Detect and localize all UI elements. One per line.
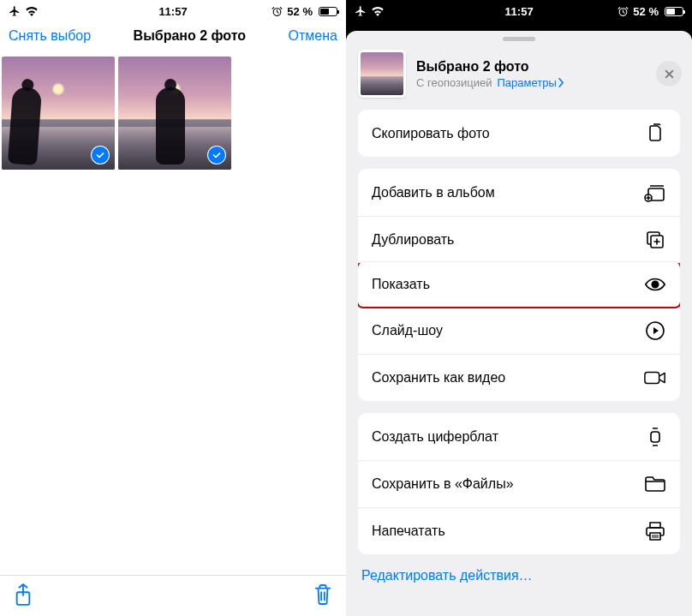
copy-icon: [644, 123, 666, 145]
svg-rect-13: [650, 533, 660, 540]
action-print[interactable]: Напечатать: [358, 507, 680, 554]
trash-button[interactable]: [313, 583, 332, 609]
action-copy-photo[interactable]: Скопировать фото: [358, 110, 680, 157]
svg-rect-12: [650, 523, 660, 528]
action-label: Слайд-шоу: [372, 323, 443, 338]
sheet-header: Выбрано 2 фото С геопозицией Параметры: [346, 41, 692, 110]
battery-percent: 52 %: [633, 5, 659, 18]
duplicate-icon: [644, 229, 666, 251]
svg-rect-10: [651, 432, 659, 442]
selected-check-icon: [91, 146, 110, 164]
eye-icon: [644, 273, 666, 296]
selected-check-icon: [207, 146, 226, 164]
action-label: Напечатать: [372, 523, 445, 539]
video-icon: [644, 367, 666, 389]
battery-icon: [317, 7, 337, 16]
action-label: Показать: [372, 277, 430, 292]
sheet-title: Выбрано 2 фото: [416, 59, 646, 75]
share-sheet: Выбрано 2 фото С геопозицией Параметры: [346, 31, 692, 616]
battery-icon: [663, 7, 683, 16]
cancel-button[interactable]: Отмена: [289, 28, 337, 44]
folder-icon: [644, 473, 666, 495]
action-show[interactable]: Показать: [358, 261, 680, 308]
status-bar: 11:57 52 %: [0, 0, 346, 19]
airplane-icon: [9, 5, 21, 17]
watch-icon: [644, 426, 666, 448]
deselect-button[interactable]: Снять выбор: [9, 28, 91, 44]
share-sheet-screen: 11:57 52 % Выбрано 2 фото С геопозицией: [346, 0, 692, 616]
close-button[interactable]: [656, 61, 682, 87]
printer-icon: [644, 520, 666, 542]
battery-percent: 52 %: [287, 5, 313, 18]
status-time: 11:57: [158, 5, 187, 18]
action-label: Дублировать: [372, 232, 454, 248]
alarm-icon: [271, 6, 283, 17]
alarm-icon: [617, 6, 629, 17]
status-time: 11:57: [504, 5, 533, 18]
action-label: Скопировать фото: [372, 126, 490, 141]
photo-thumbnail[interactable]: [118, 57, 231, 170]
nav-bar: Снять выбор Выбрано 2 фото Отмена: [0, 19, 346, 53]
action-label: Сохранить как видео: [372, 370, 505, 386]
action-slideshow[interactable]: Слайд-шоу: [358, 307, 680, 354]
play-circle-icon: [644, 320, 666, 342]
action-duplicate[interactable]: Дублировать: [358, 216, 680, 263]
share-button[interactable]: [14, 583, 33, 610]
photo-grid: [0, 53, 346, 173]
page-title: Выбрано 2 фото: [134, 28, 247, 44]
action-label: Добавить в альбом: [372, 185, 495, 200]
action-label: Сохранить в «Файлы»: [372, 476, 514, 492]
svg-rect-9: [645, 373, 659, 384]
wifi-icon: [371, 6, 385, 16]
action-save-to-files[interactable]: Сохранить в «Файлы»: [358, 460, 680, 507]
wifi-icon: [25, 6, 39, 16]
photo-thumbnail[interactable]: [2, 57, 115, 170]
edit-actions-button[interactable]: Редактировать действия…: [358, 554, 680, 592]
action-add-to-album[interactable]: Добавить в альбом: [358, 169, 680, 216]
sheet-thumbnail: [358, 50, 406, 98]
svg-point-7: [652, 281, 658, 287]
album-add-icon: [644, 182, 666, 204]
action-save-as-video[interactable]: Сохранить как видео: [358, 354, 680, 401]
sheet-subtitle: С геопозицией: [416, 76, 492, 89]
bottom-toolbar: [0, 575, 346, 616]
sheet-options-button[interactable]: Параметры: [497, 76, 564, 89]
status-bar: 11:57 52 %: [346, 0, 692, 19]
action-create-watchface[interactable]: Создать циферблат: [358, 413, 680, 460]
airplane-icon: [355, 5, 367, 17]
photos-selection-screen: 11:57 52 % Снять выбор Выбрано 2 фото От…: [0, 0, 346, 616]
action-label: Создать циферблат: [372, 429, 498, 445]
